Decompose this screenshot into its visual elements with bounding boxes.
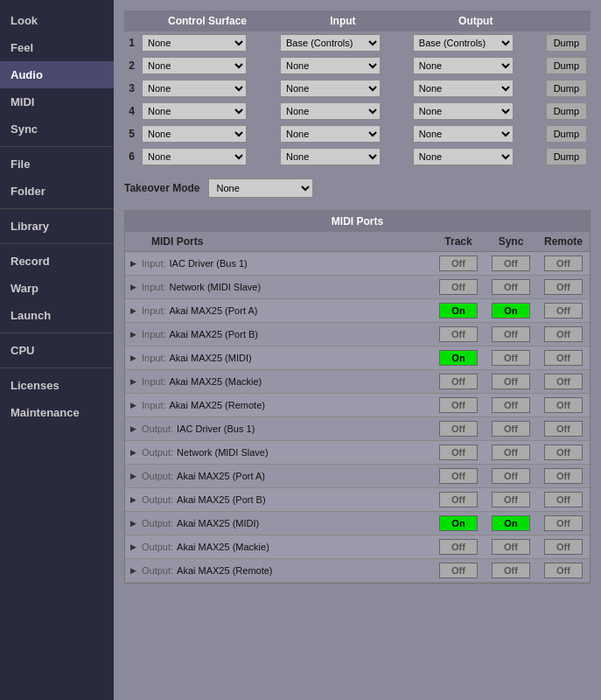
midi-remote-cell-4[interactable]: Off: [537, 348, 590, 368]
cs-input-select-1[interactable]: Base (Controls): [280, 34, 381, 52]
midi-sync-toggle-1[interactable]: Off: [492, 279, 530, 295]
midi-track-cell-10[interactable]: Off: [432, 490, 485, 509]
midi-track-cell-13[interactable]: Off: [432, 561, 485, 580]
midi-remote-toggle-1[interactable]: Off: [544, 279, 583, 295]
cs-row-dump[interactable]: Dump: [542, 145, 591, 168]
midi-track-cell-1[interactable]: Off: [432, 277, 485, 297]
cs-row-cs[interactable]: None: [138, 77, 276, 100]
midi-sync-cell-8[interactable]: Off: [485, 443, 537, 462]
cs-output-select-2[interactable]: None: [413, 57, 514, 74]
midi-track-cell-0[interactable]: Off: [432, 254, 485, 273]
midi-track-toggle-1[interactable]: Off: [439, 279, 478, 295]
cs-input-select-3[interactable]: None: [280, 80, 381, 97]
midi-expand-12[interactable]: ▶: [129, 542, 138, 551]
midi-remote-toggle-3[interactable]: Off: [544, 326, 583, 342]
cs-row-input[interactable]: None: [276, 100, 409, 122]
midi-track-cell-7[interactable]: Off: [432, 419, 485, 438]
cs-select-1[interactable]: None: [142, 34, 247, 52]
sidebar-item-look[interactable]: Look: [0, 7, 114, 34]
cs-row-output[interactable]: None: [409, 54, 542, 77]
cs-input-select-6[interactable]: None: [280, 148, 381, 165]
cs-row-dump[interactable]: Dump: [542, 100, 591, 122]
cs-output-select-1[interactable]: Base (Controls): [413, 34, 514, 52]
dump-button-6[interactable]: Dump: [546, 148, 587, 165]
midi-sync-toggle-9[interactable]: Off: [492, 468, 530, 484]
midi-track-cell-9[interactable]: Off: [432, 466, 485, 486]
midi-sync-cell-6[interactable]: Off: [485, 396, 537, 415]
cs-row-cs[interactable]: None: [138, 145, 276, 168]
sidebar-item-folder[interactable]: Folder: [0, 178, 114, 205]
midi-sync-toggle-10[interactable]: Off: [492, 492, 530, 508]
midi-remote-toggle-2[interactable]: Off: [544, 303, 583, 318]
midi-sync-cell-2[interactable]: On: [485, 301, 537, 320]
midi-sync-toggle-0[interactable]: Off: [492, 256, 530, 271]
cs-row-dump[interactable]: Dump: [542, 122, 591, 145]
sidebar-item-licenses[interactable]: Licenses: [0, 372, 114, 399]
dump-button-2[interactable]: Dump: [546, 57, 587, 74]
cs-select-5[interactable]: None: [142, 125, 247, 143]
dump-button-1[interactable]: Dump: [546, 34, 587, 52]
sidebar-item-audio[interactable]: Audio: [0, 61, 114, 88]
midi-remote-toggle-9[interactable]: Off: [544, 468, 583, 484]
midi-track-toggle-8[interactable]: Off: [439, 444, 478, 460]
cs-select-3[interactable]: None: [142, 80, 247, 97]
midi-expand-3[interactable]: ▶: [129, 330, 138, 339]
midi-sync-cell-1[interactable]: Off: [485, 277, 537, 297]
sidebar-item-midi[interactable]: MIDI: [0, 88, 114, 116]
midi-track-toggle-2[interactable]: On: [439, 303, 478, 318]
sidebar-item-cpu[interactable]: CPU: [0, 337, 114, 364]
midi-sync-toggle-5[interactable]: Off: [492, 374, 530, 389]
midi-remote-cell-6[interactable]: Off: [537, 396, 590, 415]
cs-row-input[interactable]: None: [276, 122, 409, 145]
midi-expand-8[interactable]: ▶: [129, 448, 138, 457]
midi-sync-toggle-2[interactable]: On: [492, 303, 530, 318]
sidebar-item-sync[interactable]: Sync: [0, 116, 114, 143]
midi-remote-toggle-11[interactable]: Off: [544, 515, 583, 531]
cs-select-2[interactable]: None: [142, 57, 247, 74]
midi-sync-toggle-7[interactable]: Off: [492, 421, 530, 437]
sidebar-item-file[interactable]: File: [0, 150, 114, 178]
midi-remote-cell-8[interactable]: Off: [537, 443, 590, 462]
midi-remote-cell-13[interactable]: Off: [537, 561, 590, 580]
midi-sync-cell-9[interactable]: Off: [485, 466, 537, 486]
midi-sync-cell-11[interactable]: On: [485, 514, 537, 533]
midi-track-toggle-9[interactable]: Off: [439, 468, 478, 484]
midi-remote-cell-7[interactable]: Off: [537, 419, 590, 438]
cs-row-dump[interactable]: Dump: [542, 32, 591, 54]
midi-track-cell-8[interactable]: Off: [432, 443, 485, 462]
midi-remote-cell-12[interactable]: Off: [537, 537, 590, 556]
midi-expand-2[interactable]: ▶: [129, 306, 138, 315]
midi-track-toggle-10[interactable]: Off: [439, 492, 478, 508]
midi-sync-cell-3[interactable]: Off: [485, 325, 537, 344]
cs-row-cs[interactable]: None: [138, 32, 276, 54]
cs-row-output[interactable]: None: [409, 145, 542, 168]
cs-output-select-5[interactable]: None: [413, 125, 514, 143]
midi-remote-toggle-8[interactable]: Off: [544, 444, 583, 460]
cs-input-select-5[interactable]: None: [280, 125, 381, 143]
midi-expand-4[interactable]: ▶: [129, 354, 138, 362]
midi-expand-6[interactable]: ▶: [129, 401, 138, 410]
midi-track-cell-5[interactable]: Off: [432, 372, 485, 391]
sidebar-item-feel[interactable]: Feel: [0, 34, 114, 61]
cs-row-cs[interactable]: None: [138, 100, 276, 122]
midi-track-cell-2[interactable]: On: [432, 301, 485, 320]
midi-sync-toggle-8[interactable]: Off: [492, 444, 530, 460]
midi-track-toggle-3[interactable]: Off: [439, 326, 478, 342]
midi-expand-5[interactable]: ▶: [129, 377, 138, 386]
midi-sync-cell-0[interactable]: Off: [485, 254, 537, 273]
midi-expand-0[interactable]: ▶: [129, 259, 138, 268]
midi-remote-toggle-5[interactable]: Off: [544, 374, 583, 389]
midi-track-toggle-12[interactable]: Off: [439, 539, 478, 555]
midi-remote-toggle-6[interactable]: Off: [544, 397, 583, 413]
midi-track-cell-3[interactable]: Off: [432, 325, 485, 344]
midi-sync-cell-7[interactable]: Off: [485, 419, 537, 438]
cs-row-output[interactable]: None: [409, 77, 542, 100]
cs-select-6[interactable]: None: [142, 148, 247, 165]
midi-track-toggle-7[interactable]: Off: [439, 421, 478, 437]
midi-track-cell-11[interactable]: On: [432, 514, 485, 533]
midi-remote-cell-0[interactable]: Off: [537, 254, 590, 273]
sidebar-item-record[interactable]: Record: [0, 248, 114, 275]
midi-remote-cell-9[interactable]: Off: [537, 466, 590, 486]
cs-row-input[interactable]: None: [276, 54, 409, 77]
cs-row-cs[interactable]: None: [138, 122, 276, 145]
